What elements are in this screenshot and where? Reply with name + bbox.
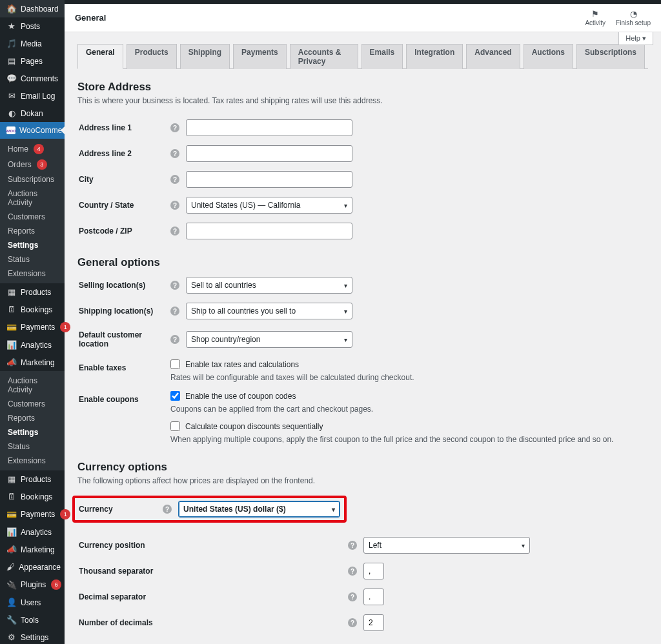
nav-bookings-2[interactable]: 🗓Bookings bbox=[0, 488, 65, 505]
nav-products[interactable]: ▦Products bbox=[0, 283, 65, 301]
country-value: United States (US) — California bbox=[191, 201, 300, 210]
tab-general[interactable]: General bbox=[77, 44, 123, 69]
nav-posts[interactable]: ★Posts bbox=[0, 17, 65, 35]
nav-email-log[interactable]: ✉Email Log bbox=[0, 87, 65, 105]
address1-label: Address line 1 bbox=[79, 116, 169, 140]
chevron-down-icon: ▾ bbox=[522, 542, 525, 549]
help-icon[interactable]: ? bbox=[170, 335, 179, 344]
help-icon[interactable]: ? bbox=[170, 307, 179, 316]
wc-sub-customers[interactable]: Customers bbox=[0, 210, 65, 224]
help-icon[interactable]: ? bbox=[348, 618, 357, 627]
plugins-badge: 6 bbox=[51, 579, 61, 590]
nav-bookings[interactable]: 🗓Bookings bbox=[0, 301, 65, 318]
analytics-icon: 📊 bbox=[6, 340, 17, 350]
help-icon[interactable]: ? bbox=[348, 567, 357, 576]
help-icon[interactable]: ? bbox=[170, 281, 179, 290]
tab-products[interactable]: Products bbox=[127, 44, 177, 69]
currency-select[interactable]: United States (US) dollar ($) ▾ bbox=[178, 501, 340, 518]
users-icon: 👤 bbox=[6, 598, 17, 607]
header-activity-button[interactable]: ⚑Activity bbox=[585, 10, 605, 26]
wc-sub-auctions-activity[interactable]: Auctions Activity bbox=[0, 186, 65, 210]
wc-sub-settings[interactable]: Settings bbox=[0, 238, 65, 252]
address2-label: Address line 2 bbox=[79, 141, 169, 166]
nav-products-2[interactable]: ▦Products bbox=[0, 470, 65, 488]
help-icon[interactable]: ? bbox=[348, 541, 357, 550]
wc-sub-status[interactable]: Status bbox=[0, 252, 65, 267]
thousand-sep-input[interactable] bbox=[363, 563, 384, 579]
bookings-icon: 🗓 bbox=[6, 305, 17, 314]
woocommerce-submenu: Home4 Orders3 Subscriptions Auctions Act… bbox=[0, 139, 65, 283]
nav-marketing-2[interactable]: 📣Marketing bbox=[0, 541, 65, 558]
selling-loc-select[interactable]: Sell to all countries ▾ bbox=[186, 277, 352, 294]
wc-sub-extensions[interactable]: Extensions bbox=[0, 267, 65, 281]
help-dropdown[interactable]: Help ▾ bbox=[618, 32, 653, 45]
nav-users[interactable]: 👤Users bbox=[0, 594, 65, 611]
address2-input[interactable] bbox=[186, 145, 352, 162]
tab-advanced[interactable]: Advanced bbox=[466, 44, 520, 69]
tab-emails[interactable]: Emails bbox=[361, 44, 403, 69]
country-select[interactable]: United States (US) — California ▾ bbox=[186, 197, 352, 214]
tab-accounts-privacy[interactable]: Accounts & Privacy bbox=[290, 44, 358, 69]
woocommerce-icon: woo bbox=[6, 126, 15, 134]
help-icon[interactable]: ? bbox=[163, 505, 172, 514]
help-icon[interactable]: ? bbox=[348, 592, 357, 601]
nav-payments-2[interactable]: 💳Payments1 bbox=[0, 505, 65, 523]
postcode-input[interactable] bbox=[186, 223, 352, 239]
enable-coupons-label: Enable coupons bbox=[79, 387, 169, 448]
tab-shipping[interactable]: Shipping bbox=[180, 44, 230, 69]
nav-dokan[interactable]: ◐Dokan bbox=[0, 105, 65, 122]
mk-sub-extensions[interactable]: Extensions bbox=[0, 454, 65, 468]
mk-sub-reports[interactable]: Reports bbox=[0, 411, 65, 425]
nav-appearance[interactable]: 🖌Appearance bbox=[0, 558, 65, 576]
wc-sub-reports[interactable]: Reports bbox=[0, 224, 65, 238]
nav-payments[interactable]: 💳Payments1 bbox=[0, 318, 65, 336]
activity-flag-icon: ⚑ bbox=[591, 10, 599, 18]
mk-sub-settings[interactable]: Settings bbox=[0, 425, 65, 439]
help-icon[interactable]: ? bbox=[170, 201, 179, 210]
currency-position-select[interactable]: Left ▾ bbox=[363, 537, 530, 554]
tab-subscriptions[interactable]: Subscriptions bbox=[576, 44, 645, 69]
nav-woocommerce[interactable]: wooWooCommerce bbox=[0, 122, 65, 139]
wc-sub-home[interactable]: Home4 bbox=[0, 141, 65, 157]
nav-pages[interactable]: ▤Pages bbox=[0, 52, 65, 70]
decimal-sep-input[interactable] bbox=[363, 589, 384, 605]
selling-loc-label: Selling location(s) bbox=[79, 273, 169, 297]
nav-marketing[interactable]: 📣Marketing bbox=[0, 354, 65, 371]
help-icon[interactable]: ? bbox=[170, 226, 179, 236]
nav-comments[interactable]: 💬Comments bbox=[0, 70, 65, 87]
nav-analytics-2[interactable]: 📊Analytics bbox=[0, 523, 65, 541]
mk-sub-auctions-activity[interactable]: Auctions Activity bbox=[0, 374, 65, 397]
nav-settings[interactable]: ⚙Settings bbox=[0, 629, 65, 644]
enable-coupons-checkbox[interactable] bbox=[170, 391, 180, 401]
nav-tools[interactable]: 🔧Tools bbox=[0, 611, 65, 629]
enable-taxes-checkbox[interactable] bbox=[170, 359, 180, 369]
tab-payments[interactable]: Payments bbox=[233, 44, 287, 69]
city-input[interactable] bbox=[186, 171, 352, 188]
analytics-icon: 📊 bbox=[6, 527, 17, 537]
currency-label: Currency ? United States (US) dollar ($)… bbox=[79, 496, 347, 523]
nav-plugins[interactable]: 🔌Plugins6 bbox=[0, 576, 65, 594]
tab-auctions[interactable]: Auctions bbox=[524, 44, 573, 69]
nav-analytics[interactable]: 📊Analytics bbox=[0, 336, 65, 354]
payments-icon: 💳 bbox=[6, 323, 17, 332]
nav-media[interactable]: 🎵Media bbox=[0, 35, 65, 52]
help-icon[interactable]: ? bbox=[170, 149, 179, 158]
sequential-coupons-checkbox[interactable] bbox=[170, 421, 180, 431]
wc-sub-orders[interactable]: Orders3 bbox=[0, 157, 65, 172]
enable-taxes-label: Enable taxes bbox=[79, 356, 169, 386]
help-icon[interactable]: ? bbox=[170, 123, 179, 132]
wc-sub-subscriptions[interactable]: Subscriptions bbox=[0, 172, 65, 186]
dokan-icon: ◐ bbox=[6, 108, 17, 118]
address1-input[interactable] bbox=[186, 119, 352, 136]
decimal-sep-label: Decimal separator bbox=[79, 585, 347, 609]
header-finish-setup-button[interactable]: ◔Finish setup bbox=[616, 10, 651, 26]
mk-sub-customers[interactable]: Customers bbox=[0, 397, 65, 411]
num-decimals-input[interactable] bbox=[363, 614, 384, 631]
mk-sub-status[interactable]: Status bbox=[0, 439, 65, 454]
default-loc-select[interactable]: Shop country/region ▾ bbox=[186, 331, 352, 348]
tab-integration[interactable]: Integration bbox=[406, 44, 463, 69]
help-icon[interactable]: ? bbox=[170, 175, 179, 184]
shipping-loc-select[interactable]: Ship to all countries you sell to ▾ bbox=[186, 303, 352, 319]
nav-dashboard[interactable]: 🏠Dashboard bbox=[0, 0, 65, 17]
marketing-submenu: Auctions Activity Customers Reports Sett… bbox=[0, 371, 65, 470]
